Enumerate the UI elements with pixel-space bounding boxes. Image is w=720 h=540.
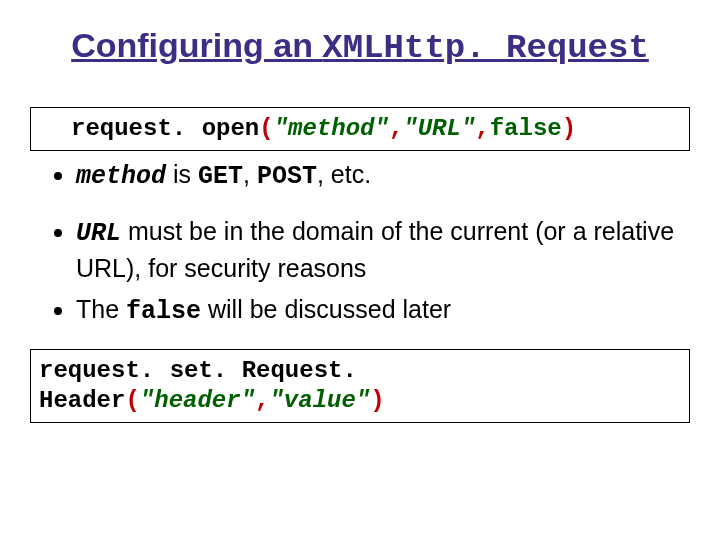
code2-comma1: ,	[255, 387, 269, 414]
code-box-setheader: request. set. Request. Header("header","…	[30, 349, 690, 423]
code2-arg1: "header"	[140, 387, 255, 414]
b1-post: POST	[257, 162, 317, 191]
code2-rparen: )	[370, 387, 384, 414]
bullet-item-method: method is GET, POST, etc.	[76, 157, 690, 194]
bullet-item-false: The false will be discussed later	[76, 292, 690, 329]
bullet-list-1: method is GET, POST, etc.	[30, 157, 690, 194]
code2-lparen: (	[125, 387, 139, 414]
code1-comma2: ,	[475, 115, 489, 142]
bullet-item-url: URL must be in the domain of the current…	[76, 214, 690, 286]
code1-dot: .	[172, 115, 187, 142]
b1-get: GET	[198, 162, 243, 191]
code1-arg1: "method"	[274, 115, 389, 142]
b3-pre: The	[76, 295, 126, 323]
title-code: XMLHttp. Request	[322, 29, 648, 67]
code2-space	[155, 357, 169, 384]
b3-false: false	[126, 297, 201, 326]
code2-dot: .	[140, 357, 155, 384]
b3-rest: will be discussed later	[201, 295, 451, 323]
code1-lparen: (	[259, 115, 273, 142]
code1-arg3: false	[490, 115, 562, 142]
b2-url-word: URL	[76, 219, 121, 248]
code1-comma1: ,	[389, 115, 403, 142]
code-box-open: request. open("method","URL",false)	[30, 107, 690, 151]
title-text: Configuring an	[71, 26, 322, 64]
code2-object: request	[39, 357, 140, 384]
code1-object: request	[71, 115, 172, 142]
slide-title: Configuring an XMLHttp. Request	[30, 26, 690, 67]
code1-space	[187, 115, 201, 142]
b1-method-word: method	[76, 162, 166, 191]
b1-mid: is	[166, 160, 198, 188]
code1-method: open	[202, 115, 260, 142]
slide: Configuring an XMLHttp. Request request.…	[0, 0, 720, 540]
b1-tail: , etc.	[317, 160, 371, 188]
code1-arg2: "URL"	[403, 115, 475, 142]
bullet-list-2: URL must be in the domain of the current…	[30, 214, 690, 329]
b1-sep: ,	[243, 160, 257, 188]
code2-arg2: "value"	[269, 387, 370, 414]
b2-rest: must be in the domain of the current (or…	[76, 217, 674, 282]
code1-rparen: )	[562, 115, 576, 142]
